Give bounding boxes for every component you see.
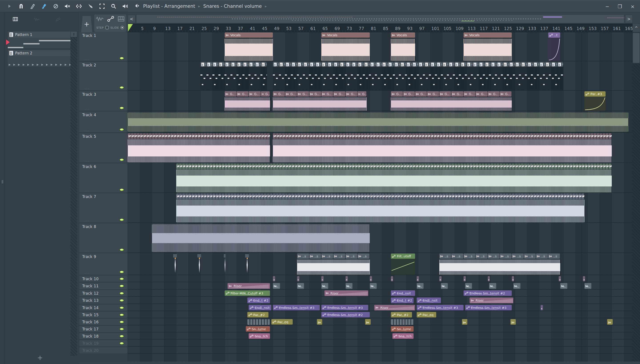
audio-clip[interactable]: [497, 133, 500, 139]
track-enable-led[interactable]: [119, 306, 124, 309]
track-enable-led[interactable]: [119, 277, 124, 280]
track-header[interactable]: Track 9...: [79, 253, 127, 275]
audio-clip[interactable]: [600, 164, 602, 169]
audio-clip[interactable]: [488, 133, 491, 139]
pattern-clip[interactable]: P..: [333, 62, 339, 67]
track-enable-led[interactable]: [119, 292, 124, 295]
audio-clip[interactable]: [388, 133, 391, 139]
pattern-clip[interactable]: P..: [297, 62, 303, 67]
track-header[interactable]: Track 18: [79, 333, 127, 339]
audio-clip[interactable]: [324, 164, 327, 169]
audio-clip[interactable]: G..: [427, 91, 439, 97]
audio-clip[interactable]: [554, 133, 557, 139]
pencil-dim-icon[interactable]: [56, 18, 60, 22]
track-options[interactable]: ...: [85, 57, 90, 61]
pattern-clip[interactable]: P..: [388, 62, 394, 67]
audio-clip-small[interactable]: [441, 283, 448, 289]
audio-clip[interactable]: [445, 133, 448, 139]
audio-clip[interactable]: [548, 194, 551, 199]
track-header[interactable]: Track 5...: [79, 133, 127, 163]
playlist-lane[interactable]: [128, 223, 632, 253]
audio-clip[interactable]: [231, 164, 234, 169]
pattern-clip[interactable]: P..: [340, 62, 345, 67]
audio-clip[interactable]: [306, 133, 309, 139]
audio-clip[interactable]: [560, 133, 563, 139]
audio-clip[interactable]: [581, 164, 584, 169]
track-header[interactable]: Track 20: [79, 347, 127, 354]
audio-clip[interactable]: [482, 133, 484, 139]
audio-clip[interactable]: [373, 164, 376, 169]
audio-clip[interactable]: [291, 194, 294, 199]
audio-clip[interactable]: [252, 133, 255, 139]
audio-clip[interactable]: [557, 164, 560, 169]
track-enable-led[interactable]: [119, 342, 124, 345]
audio-clip-strip[interactable]: [273, 133, 612, 162]
pattern-clip[interactable]: P..: [412, 62, 418, 67]
magnet-snap-icon[interactable]: [18, 3, 24, 10]
playlist-lane[interactable]: Sn..lumeSn..lume: [128, 326, 632, 332]
audio-clip-group[interactable]: G..G..G..G..G..G..G..G..G..G..: [391, 91, 512, 111]
audio-clip[interactable]: [218, 164, 221, 169]
audio-clip[interactable]: [448, 164, 451, 169]
audio-clip[interactable]: [382, 133, 385, 139]
audio-clip[interactable]: [515, 194, 518, 199]
audio-clip[interactable]: [146, 133, 149, 139]
audio-clip[interactable]: [324, 194, 327, 199]
audio-clip[interactable]: [346, 133, 348, 139]
audio-clip[interactable]: [309, 133, 312, 139]
audio-clip[interactable]: [346, 164, 348, 169]
audio-clip[interactable]: G..: [321, 91, 333, 97]
audio-clip[interactable]: [267, 194, 270, 199]
audio-clip[interactable]: [533, 133, 536, 139]
audio-clip[interactable]: [491, 164, 494, 169]
audio-clip-riser[interactable]: Riser: [324, 290, 368, 296]
audio-clip[interactable]: [134, 133, 137, 139]
audio-clip[interactable]: [488, 194, 491, 199]
audio-clip[interactable]: [373, 133, 376, 139]
audio-clip-riser[interactable]: Riser: [374, 305, 415, 310]
audio-clip[interactable]: [294, 164, 297, 169]
audio-clip[interactable]: [294, 194, 297, 199]
audio-clip[interactable]: [340, 133, 342, 139]
audio-clip[interactable]: [370, 133, 373, 139]
audio-clip[interactable]: [352, 164, 354, 169]
audio-clip[interactable]: [494, 164, 497, 169]
audio-clip[interactable]: [228, 194, 230, 199]
audio-clip[interactable]: [288, 164, 291, 169]
pattern-clip[interactable]: P..: [400, 62, 406, 67]
audio-clip[interactable]: [349, 133, 352, 139]
audio-clip[interactable]: [222, 133, 224, 139]
slip-edit-icon[interactable]: [29, 3, 36, 10]
audio-clip[interactable]: [542, 194, 545, 199]
automation-source-icon[interactable]: [107, 16, 114, 23]
audio-clip[interactable]: ..s: [346, 254, 357, 259]
audio-clip[interactable]: [473, 164, 476, 169]
track-options[interactable]: ...: [85, 218, 90, 222]
audio-clip[interactable]: [470, 133, 472, 139]
playlist-lane[interactable]: VocalsVocalsVocalsVocals..t: [128, 32, 632, 61]
audio-clip[interactable]: [524, 133, 527, 139]
audio-clip[interactable]: [584, 133, 587, 139]
scroll-left-button[interactable]: <: [128, 15, 135, 23]
audio-clip[interactable]: [485, 164, 488, 169]
scroll-right-button[interactable]: >: [625, 15, 633, 23]
audio-clip[interactable]: [249, 133, 252, 139]
audio-clip[interactable]: [427, 133, 430, 139]
audio-clip[interactable]: [497, 194, 500, 199]
playlist-lane[interactable]: [128, 340, 632, 347]
audio-clip-vocals[interactable]: Vocals: [464, 32, 512, 61]
audio-clip[interactable]: [563, 133, 566, 139]
audio-clip[interactable]: [358, 194, 360, 199]
audio-clip[interactable]: [536, 164, 539, 169]
audio-clip[interactable]: [312, 194, 315, 199]
audio-clip[interactable]: [415, 133, 418, 139]
audio-clip[interactable]: [279, 133, 282, 139]
add-pattern-button[interactable]: +: [36, 354, 44, 361]
audio-waveform[interactable]: [152, 224, 370, 252]
audio-clip[interactable]: [194, 164, 197, 169]
audio-clip[interactable]: [261, 164, 264, 169]
audio-clip[interactable]: [237, 133, 240, 139]
audio-clip[interactable]: [318, 194, 321, 199]
pattern-clip[interactable]: P..: [321, 62, 327, 67]
audio-clip-small[interactable]: [607, 319, 612, 325]
